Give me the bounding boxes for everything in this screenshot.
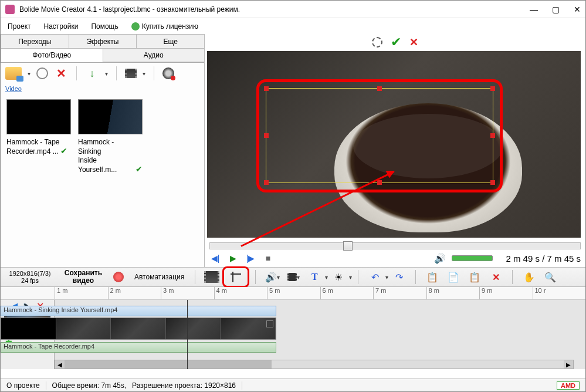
maximize-button[interactable]: ▢ — [552, 5, 560, 14]
menu-buy-license[interactable]: Купить лицензию — [128, 20, 202, 33]
dropdown-icon[interactable]: ▾ — [105, 70, 108, 77]
filmstrip-button[interactable] — [204, 269, 219, 285]
ruler-mark: 10 r — [533, 287, 586, 299]
project-dimensions: 1920x816(7/3)24 fps — [1, 270, 59, 284]
redo-button[interactable]: ↷ — [391, 269, 407, 285]
webcam-icon[interactable] — [162, 67, 174, 79]
ruler-mark: 8 m — [426, 287, 480, 299]
ruler-mark: 1 m — [55, 287, 108, 299]
copy-button[interactable]: 📄 — [446, 269, 461, 285]
resize-handle[interactable] — [490, 180, 495, 185]
status-about[interactable]: О проекте — [1, 381, 46, 390]
app-icon — [5, 5, 15, 14]
menu-project[interactable]: Проект — [4, 20, 35, 33]
time-display: 2 m 49 s / 7 m 45 s — [506, 254, 581, 263]
add-media-icon[interactable] — [5, 67, 22, 80]
seek-bar[interactable] — [209, 242, 581, 249]
clip-thumbnail — [6, 99, 71, 134]
timeline-clip-video[interactable] — [1, 317, 276, 340]
menubar: Проект Настройки Помощь Купить лицензию — [1, 18, 585, 35]
playhead[interactable] — [187, 300, 188, 369]
crop-tool-button[interactable] — [228, 269, 243, 285]
play-button[interactable]: ▶ — [227, 252, 239, 264]
timeline[interactable]: ◀ 🔈 ✕ + Hammock - Sinking Inside Yoursel… — [1, 300, 585, 369]
hand-tool-button[interactable]: ✋ — [521, 269, 537, 285]
scrollbar-thumb[interactable] — [65, 360, 272, 369]
resize-handle[interactable] — [490, 86, 495, 91]
resize-handle[interactable] — [377, 86, 382, 91]
horizontal-scrollbar[interactable]: ◀ ▶ — [55, 360, 574, 369]
cancel-crop-button[interactable]: ✕ — [409, 36, 418, 49]
video-preview[interactable] — [207, 51, 581, 238]
window-title: Bolide Movie Creator 4.1 - lastproject.b… — [19, 5, 530, 13]
confirm-crop-button[interactable]: ✔ — [391, 35, 401, 50]
crop-selection[interactable] — [266, 88, 493, 183]
film-icon[interactable] — [125, 69, 137, 78]
scroll-left-button[interactable]: ◀ — [55, 360, 65, 369]
record-icon[interactable] — [113, 272, 124, 282]
ruler-mark: 4 m — [214, 287, 267, 299]
scroll-right-button[interactable]: ▶ — [564, 360, 573, 369]
tab-effects[interactable]: Эффекты — [69, 34, 137, 49]
volume-icon[interactable]: 🔊 — [434, 253, 446, 264]
close-button[interactable]: ✕ — [574, 5, 581, 14]
menu-settings[interactable]: Настройки — [40, 20, 82, 33]
resize-handle[interactable] — [264, 180, 269, 185]
resize-handle[interactable] — [264, 133, 269, 138]
automation-button[interactable]: Автоматизация — [134, 273, 184, 281]
remove-icon[interactable]: ✕ — [54, 66, 68, 80]
delete-button[interactable]: ✕ — [488, 269, 503, 285]
media-toolbar: ▾ ✕ ↓ ▾ ▾ — [1, 63, 204, 84]
selection-shape-icon[interactable] — [372, 37, 382, 48]
next-frame-button[interactable]: |▶ — [245, 252, 256, 264]
audio-button[interactable]: 🔊▾ — [265, 269, 280, 285]
dropdown-icon[interactable]: ▾ — [28, 70, 31, 77]
highlight-annotation — [222, 266, 249, 288]
stop-button[interactable]: ■ — [262, 252, 274, 264]
ruler-mark: 7 m — [373, 287, 426, 299]
statusbar: О проекте Общее время: 7m 45s, Разрешени… — [1, 379, 585, 391]
timeline-toolbar: 1920x816(7/3)24 fps Сохранитьвидео Автом… — [1, 267, 585, 287]
menu-help[interactable]: Помощь — [87, 20, 121, 33]
crop-indicator-icon — [266, 320, 273, 327]
media-clip[interactable]: Hammock - TapeRecorder.mp4 ...✔ — [6, 99, 71, 174]
check-icon: ✔ — [136, 164, 143, 174]
save-video-button[interactable]: Сохранитьвидео — [59, 269, 107, 285]
video-group-label[interactable]: Video — [1, 84, 204, 93]
paste-button[interactable]: 📋 — [467, 269, 482, 285]
dropdown-icon[interactable]: ▾ — [143, 70, 145, 77]
undo-button[interactable]: ↶ — [367, 269, 382, 285]
volume-slider[interactable] — [452, 255, 493, 261]
recent-icon[interactable] — [36, 67, 48, 79]
seek-handle[interactable] — [343, 241, 353, 251]
ruler-mark: 3 m — [161, 287, 214, 299]
prev-frame-button[interactable]: ◀| — [209, 252, 221, 264]
timeline-ruler[interactable]: 1 m 2 m 3 m 4 m 5 m 6 m 7 m 8 m 9 m 10 r — [1, 287, 585, 300]
text-tool-button[interactable]: T — [307, 269, 322, 285]
amd-badge: AMD — [557, 381, 580, 390]
check-icon: ✔ — [60, 146, 67, 156]
status-total-time: Общее время: 7m 45s, Разрешение проекта:… — [46, 381, 242, 390]
resize-handle[interactable] — [490, 133, 495, 138]
buy-label: Купить лицензию — [142, 22, 198, 31]
media-clip[interactable]: Hammock - SinkingInside Yourself.m...✔ — [78, 99, 143, 174]
resize-handle[interactable] — [377, 180, 382, 185]
tab-more[interactable]: Еще — [136, 34, 205, 49]
minimize-button[interactable]: — — [530, 5, 538, 14]
tab-audio[interactable]: Аудио — [103, 48, 205, 62]
tab-photo-video[interactable]: Фото/Видео — [1, 48, 103, 62]
brightness-button[interactable]: ☀ — [331, 269, 346, 285]
download-icon[interactable]: ↓ — [85, 66, 99, 80]
timeline-clip-audio[interactable]: Hammock - Tape Recorder.mp4 — [1, 342, 276, 353]
preview-area: ✔ ✕ ◀| ▶ |▶ ■ 🔊 — [205, 35, 585, 267]
ruler-mark: 9 m — [479, 287, 533, 299]
ruler-mark: 2 m — [108, 287, 161, 299]
timeline-clip-label[interactable]: Hammock - Sinking Inside Yourself.mp4 — [1, 306, 276, 316]
money-icon — [131, 22, 140, 31]
clip-thumbnail — [78, 99, 143, 134]
resize-handle[interactable] — [264, 86, 269, 91]
tab-transitions[interactable]: Переходы — [1, 34, 69, 49]
zoom-button[interactable]: 🔍 — [543, 269, 558, 285]
video-effects-button[interactable]: ▾ — [286, 269, 301, 285]
clipboard-button[interactable]: 📋 — [425, 269, 440, 285]
